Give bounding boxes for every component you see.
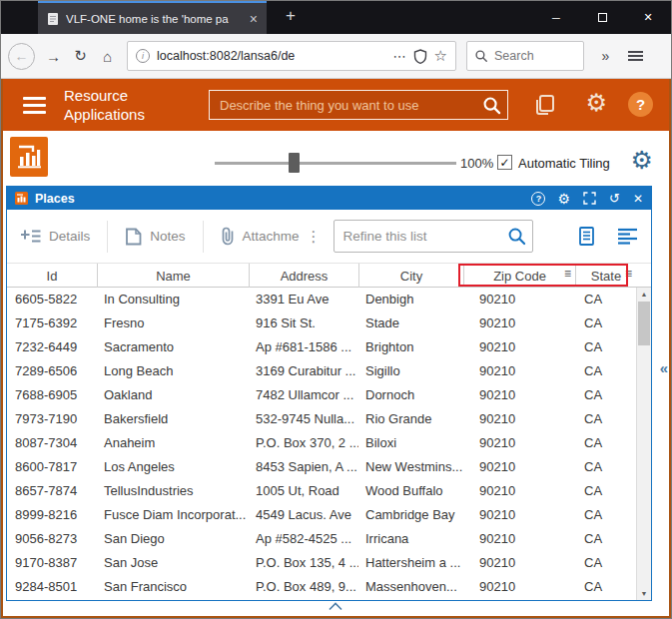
- refine-input[interactable]: [335, 221, 532, 252]
- page-actions-icon[interactable]: ⋯: [393, 49, 406, 64]
- places-help-icon[interactable]: ?: [531, 192, 545, 206]
- table-cell: 4549 Lacus. Ave: [249, 503, 358, 527]
- attachments-button[interactable]: Attachme: [221, 227, 300, 246]
- search-icon: [474, 49, 488, 63]
- address-bar[interactable]: i localhost:8082/lansa6/de ⋯ ☆: [127, 41, 456, 71]
- site-info-icon[interactable]: i: [136, 49, 150, 63]
- list-view-icon[interactable]: [618, 228, 637, 245]
- table-row[interactable]: 6605-5822In Consulting3391 Eu AveDenbigh…: [7, 288, 636, 311]
- browser-menu-icon[interactable]: [628, 50, 643, 62]
- zoom-slider-handle[interactable]: [289, 153, 300, 173]
- places-expand-icon[interactable]: [583, 192, 596, 205]
- places-titlebar[interactable]: Places ? ⚙ ↺ ✕: [7, 187, 651, 210]
- help-button[interactable]: ?: [628, 92, 653, 117]
- table-cell: 90210: [463, 359, 575, 383]
- auto-tiling-checkbox[interactable]: ✓: [497, 155, 512, 170]
- column-filter-icon[interactable]: ≡: [564, 267, 571, 281]
- minimize-button[interactable]: ─: [533, 1, 579, 34]
- settings-gear-icon[interactable]: ⚙: [585, 89, 607, 117]
- column-header-address[interactable]: Address: [249, 264, 358, 288]
- table-row[interactable]: 8600-7817Los Angeles8453 Sapien, A ...Ne…: [7, 455, 636, 479]
- table-cell: CA: [575, 335, 636, 359]
- vertical-scrollbar[interactable]: ▲ ▼: [636, 288, 651, 600]
- app-search-icon[interactable]: [482, 96, 501, 115]
- scroll-down-icon[interactable]: ▼: [637, 590, 651, 597]
- collapse-bottom-panel-icon[interactable]: [328, 602, 343, 611]
- table-cell: CA: [575, 575, 636, 599]
- table-cell: CA: [575, 359, 636, 383]
- toolbar-overflow-icon[interactable]: ⋮: [307, 228, 322, 246]
- forward-button[interactable]: →: [40, 48, 67, 65]
- table-cell: CA: [575, 383, 636, 407]
- table-cell: 7482 Ullamcor ...: [249, 383, 358, 407]
- places-toolbar: Details Notes Attachme ⋮: [7, 210, 651, 263]
- workspace-settings-icon[interactable]: ⚙: [631, 147, 653, 173]
- table-row[interactable]: 9056-8273San DiegoAp #582-4525 ...Irrica…: [7, 527, 636, 551]
- zoom-slider-track[interactable]: [215, 162, 456, 165]
- overflow-chevrons-icon[interactable]: »: [592, 48, 619, 64]
- table-row[interactable]: 9284-8501San FranciscoP.O. Box 489, 9...…: [7, 575, 636, 599]
- toolbar-separator: [203, 221, 204, 253]
- places-settings-icon[interactable]: ⚙: [557, 192, 570, 206]
- scroll-up-icon[interactable]: ▲: [637, 291, 651, 298]
- url-text: localhost:8082/lansa6/de: [157, 49, 386, 63]
- app-tile-button[interactable]: [10, 137, 48, 177]
- applications-stack-icon[interactable]: [533, 93, 557, 121]
- tab-close-icon[interactable]: ×: [250, 11, 258, 27]
- browser-search-input[interactable]: [494, 49, 564, 63]
- notes-button[interactable]: Notes: [125, 228, 185, 246]
- table-cell: 7175-6392: [7, 311, 97, 335]
- table-cell: Bakersfield: [97, 407, 249, 431]
- table-row[interactable]: 7688-6905Oakland7482 Ullamcor ...Dornoch…: [7, 383, 636, 407]
- app-search-input[interactable]: [210, 91, 507, 119]
- table-row[interactable]: 7175-6392Fresno916 Sit St.Stade90210CA: [7, 311, 636, 335]
- close-button[interactable]: ✕: [625, 1, 671, 34]
- scroll-thumb[interactable]: [638, 302, 650, 345]
- places-history-icon[interactable]: ↺: [609, 192, 620, 205]
- column-header-label: City: [400, 269, 422, 284]
- browser-tab[interactable]: VLF-ONE home is the 'home pa ×: [38, 1, 267, 34]
- column-header-zip-code[interactable]: Zip Code≡: [463, 264, 575, 288]
- table-cell: 90210: [463, 527, 575, 551]
- maximize-button[interactable]: [579, 1, 625, 34]
- column-filter-icon[interactable]: ≡: [625, 267, 632, 281]
- table-row[interactable]: 8087-7304AnaheimP.O. Box 370, 2 ...Bilox…: [7, 431, 636, 455]
- table-cell: 7232-6449: [7, 335, 97, 359]
- column-header-id[interactable]: Id: [7, 264, 97, 288]
- table-cell: 7688-6905: [7, 383, 97, 407]
- table-body: 6605-5822In Consulting3391 Eu AveDenbigh…: [7, 288, 636, 600]
- table-cell: P.O. Box 370, 2 ...: [249, 431, 358, 455]
- column-header-state[interactable]: State≡: [575, 264, 636, 288]
- bookmark-star-icon[interactable]: ☆: [434, 47, 447, 65]
- table-cell: CA: [575, 455, 636, 479]
- back-button[interactable]: ←: [8, 43, 35, 70]
- reload-button[interactable]: ↻: [67, 47, 94, 65]
- table-header-row: IdNameAddressCityZip Code≡State≡: [7, 263, 651, 288]
- places-close-icon[interactable]: ✕: [633, 193, 643, 205]
- table-row[interactable]: 7973-7190Bakersfield532-9745 Nulla...Rio…: [7, 407, 636, 431]
- new-tab-button[interactable]: +: [279, 6, 303, 26]
- table-row[interactable]: 8657-7874TellusIndustries1005 Ut, RoadWo…: [7, 479, 636, 503]
- table-row[interactable]: 7232-6449SacramentoAp #681-1586 ...Brigh…: [7, 335, 636, 359]
- table-cell: Dornoch: [358, 383, 463, 407]
- table-cell: Biloxi: [358, 431, 463, 455]
- app-menu-icon[interactable]: [23, 97, 46, 100]
- details-button[interactable]: Details: [21, 229, 90, 245]
- browser-search[interactable]: [466, 41, 584, 71]
- column-header-label: Name: [156, 269, 191, 284]
- tracking-protection-icon[interactable]: [413, 49, 427, 64]
- table-cell: Hattersheim a ...: [358, 551, 463, 575]
- table-row[interactable]: 9170-8387San JoseP.O. Box 135, 4 ...Hatt…: [7, 551, 636, 575]
- table-cell: P.O. Box 135, 4 ...: [249, 551, 358, 575]
- table-row[interactable]: 7289-6506Long Beach3169 Curabitur ...Sig…: [7, 359, 636, 383]
- column-header-name[interactable]: Name: [97, 264, 249, 288]
- report-document-icon[interactable]: [579, 227, 594, 246]
- collapse-right-panel-icon[interactable]: «: [660, 359, 668, 376]
- refine-search-icon[interactable]: [507, 227, 526, 246]
- table-cell: Brighton: [358, 335, 463, 359]
- app-search[interactable]: [209, 90, 508, 120]
- refine-search[interactable]: [334, 220, 533, 253]
- home-button[interactable]: ⌂: [94, 48, 121, 65]
- column-header-city[interactable]: City: [358, 264, 463, 288]
- table-row[interactable]: 8999-8216Fusce Diam Incorporat...4549 La…: [7, 503, 636, 527]
